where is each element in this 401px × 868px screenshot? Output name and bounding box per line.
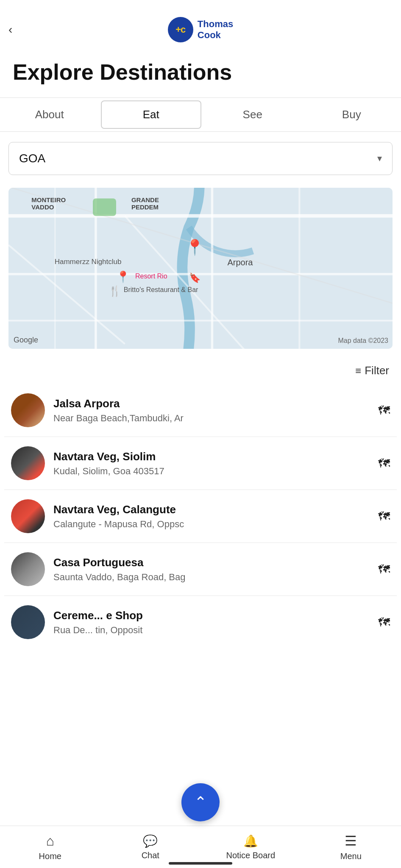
restaurant-address: Near Baga Beach,Tambudki, Ar bbox=[53, 413, 370, 424]
restaurant-name: Jalsa Arpora bbox=[53, 397, 370, 410]
map-directions-icon[interactable]: 🗺 bbox=[378, 562, 390, 576]
map-directions-icon[interactable]: 🗺 bbox=[378, 456, 390, 470]
map-pin-red: 📍 bbox=[185, 239, 204, 256]
nav-notice-label: Notice Board bbox=[226, 851, 275, 860]
chevron-down-icon: ▾ bbox=[377, 153, 382, 164]
map-nightclub-label: Hammerzz Nightclub bbox=[55, 258, 122, 266]
map-directions-icon[interactable]: 🗺 bbox=[378, 509, 390, 523]
restaurant-info: Jalsa Arpora Near Baga Beach,Tambudki, A… bbox=[53, 397, 370, 424]
chat-icon: 💬 bbox=[143, 834, 158, 848]
restaurant-thumbnail bbox=[11, 393, 45, 427]
logo-thomas: Thomas bbox=[198, 19, 233, 30]
restaurant-thumbnail bbox=[11, 499, 45, 533]
restaurant-address: Calangute - Mapusa Rd, Oppsc bbox=[53, 519, 370, 530]
chevron-up-icon: ⌃ bbox=[194, 793, 207, 811]
restaurant-info: Navtara Veg, Siolim Kudal, Siolim, Goa 4… bbox=[53, 450, 370, 477]
restaurant-name: Cereme... e Shop bbox=[53, 609, 370, 622]
logo-icon: +c bbox=[168, 17, 193, 42]
list-item[interactable]: Navtara Veg, Siolim Kudal, Siolim, Goa 4… bbox=[4, 437, 397, 490]
restaurant-address: Kudal, Siolim, Goa 403517 bbox=[53, 466, 370, 477]
restaurant-name: Navtara Veg, Calangute bbox=[53, 503, 370, 516]
home-icon: ⌂ bbox=[46, 833, 54, 849]
map-data-label: Map data ©2023 bbox=[338, 337, 388, 345]
map-pin-yellow: 🍴 bbox=[109, 285, 121, 297]
google-map-label: Google bbox=[14, 336, 38, 345]
map-resort-label: Resort Rio bbox=[135, 273, 167, 280]
scroll-up-fab[interactable]: ⌃ bbox=[181, 783, 220, 821]
restaurant-info: Casa Portuguesa Saunta Vaddo, Baga Road,… bbox=[53, 556, 370, 583]
menu-icon: ☰ bbox=[345, 833, 357, 849]
list-item[interactable]: Jalsa Arpora Near Baga Beach,Tambudki, A… bbox=[4, 384, 397, 437]
restaurant-address: Saunta Vaddo, Baga Road, Bag bbox=[53, 572, 370, 583]
restaurant-info: Cereme... e Shop Rua De... tin, Opposit bbox=[53, 609, 370, 636]
restaurant-list: Jalsa Arpora Near Baga Beach,Tambudki, A… bbox=[4, 384, 397, 690]
map-roads-svg bbox=[8, 188, 393, 349]
map-container[interactable]: MONTEIROVADDO GRANDEPEDDEM 📍 Hammerzz Ni… bbox=[8, 188, 393, 349]
restaurant-thumbnail bbox=[11, 605, 45, 639]
map-brito-label: Britto's Restaurant & Bar bbox=[124, 286, 198, 294]
page-title: Explore Destinations bbox=[0, 51, 401, 97]
logo-container: +c Thomas Cook bbox=[168, 17, 233, 42]
nav-home[interactable]: ⌂ Home bbox=[0, 826, 100, 868]
list-item[interactable]: Casa Portuguesa Saunta Vaddo, Baga Road,… bbox=[4, 543, 397, 596]
map-pin-gray: 📍 bbox=[116, 270, 130, 284]
restaurant-thumbnail bbox=[11, 446, 45, 480]
svg-rect-10 bbox=[93, 198, 116, 216]
nav-menu[interactable]: ☰ Menu bbox=[301, 826, 401, 868]
map-arpora-label: Arpora bbox=[227, 258, 253, 267]
filter-button[interactable]: Filter bbox=[365, 364, 389, 377]
filter-icon: ≡ bbox=[355, 365, 361, 377]
list-item[interactable]: Navtara Veg, Calangute Calangute - Mapus… bbox=[4, 490, 397, 543]
filter-row: ≡ Filter bbox=[0, 357, 401, 384]
nav-menu-label: Menu bbox=[340, 851, 362, 861]
notice-board-icon: 🔔 bbox=[243, 834, 258, 848]
logo-cook: Cook bbox=[198, 30, 233, 41]
map-directions-icon[interactable]: 🗺 bbox=[378, 403, 390, 417]
restaurant-name: Casa Portuguesa bbox=[53, 556, 370, 569]
restaurant-address: Rua De... tin, Opposit bbox=[53, 625, 370, 636]
restaurant-name: Navtara Veg, Siolim bbox=[53, 450, 370, 463]
destination-dropdown[interactable]: GOA ▾ bbox=[8, 142, 393, 175]
dropdown-value: GOA bbox=[19, 152, 45, 165]
header: ‹ +c Thomas Cook bbox=[0, 0, 401, 51]
map-pin-pink: 🔖 bbox=[189, 273, 200, 284]
map-grande-label: GRANDEPEDDEM bbox=[131, 196, 159, 211]
back-button[interactable]: ‹ bbox=[8, 23, 12, 36]
nav-home-label: Home bbox=[39, 851, 61, 861]
tab-see[interactable]: See bbox=[203, 98, 302, 131]
nav-chat-label: Chat bbox=[142, 851, 159, 860]
home-indicator bbox=[169, 862, 232, 865]
list-item[interactable]: Cereme... e Shop Rua De... tin, Opposit … bbox=[4, 596, 397, 690]
logo-text: Thomas Cook bbox=[198, 19, 233, 41]
restaurant-thumbnail bbox=[11, 552, 45, 586]
tab-eat[interactable]: Eat bbox=[101, 100, 202, 129]
map-monteiro-label: MONTEIROVADDO bbox=[31, 196, 66, 211]
tab-buy[interactable]: Buy bbox=[302, 98, 401, 131]
map-background: MONTEIROVADDO GRANDEPEDDEM 📍 Hammerzz Ni… bbox=[8, 188, 393, 349]
map-directions-icon[interactable]: 🗺 bbox=[378, 615, 390, 629]
tabs-container: About Eat See Buy bbox=[0, 97, 401, 132]
tab-about[interactable]: About bbox=[0, 98, 99, 131]
restaurant-info: Navtara Veg, Calangute Calangute - Mapus… bbox=[53, 503, 370, 530]
bottom-navigation: ⌂ Home 💬 Chat 🔔 Notice Board ☰ Menu bbox=[0, 826, 401, 868]
